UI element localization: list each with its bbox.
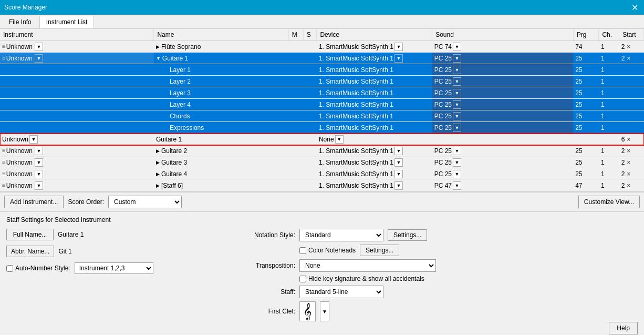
table-row[interactable]: Layer 21. SmartMusic SoftSynth 1PC 25▼25… xyxy=(0,76,644,87)
sound-value: PC 25 xyxy=(434,124,452,131)
prg-value: 74 xyxy=(575,43,582,50)
device-dropdown-button[interactable]: ▼ xyxy=(394,54,403,63)
customize-view-button[interactable]: Customize View... xyxy=(578,196,640,208)
clef-dropdown-button[interactable]: ▼ xyxy=(320,301,329,321)
prg-value: 25 xyxy=(575,170,582,178)
device-dropdown-button[interactable]: ▼ xyxy=(394,170,403,178)
col-header-device: Device xyxy=(317,29,432,41)
transposition-select[interactable]: None Concert Pitch Bb Eb xyxy=(299,259,436,272)
sound-dropdown-button[interactable]: ▼ xyxy=(453,43,461,51)
notation-style-select[interactable]: Standard Tab Percussion xyxy=(299,229,383,241)
x-button[interactable]: × xyxy=(627,147,630,155)
table-row[interactable]: ≡ Unknown ▼ ▼ Guitare 1 1. SmartMusic So… xyxy=(0,53,644,64)
sound-dropdown-button[interactable]: ▼ xyxy=(453,158,461,167)
x-button[interactable]: × xyxy=(627,170,630,178)
table-row[interactable]: Unknown ▼ Guitare 1None▼6× xyxy=(0,134,644,145)
device-dropdown-button[interactable]: ▼ xyxy=(335,135,344,144)
table-row[interactable]: ≡ Unknown ▼ ▶ [Staff 7] 1. SmartMusic So… xyxy=(0,191,644,192)
instrument-name: Unknown xyxy=(6,159,33,166)
device-dropdown-button[interactable]: ▼ xyxy=(394,181,403,190)
staff-name: Guitare 2 xyxy=(161,147,187,155)
close-icon[interactable]: ✕ xyxy=(629,2,640,13)
x-button[interactable]: × xyxy=(627,55,630,62)
help-button[interactable]: Help xyxy=(609,322,638,334)
hide-key-sig-row: Hide key signature & show all accidental… xyxy=(299,275,638,282)
score-order-select[interactable]: Custom Standard Orchestral xyxy=(108,196,182,208)
sound-dropdown-button[interactable]: ▼ xyxy=(453,100,461,109)
table-row[interactable]: Layer 11. SmartMusic SoftSynth 1PC 25▼25… xyxy=(0,64,644,76)
add-instrument-button[interactable]: Add Instrument... xyxy=(4,196,64,208)
sound-dropdown-button[interactable]: ▼ xyxy=(453,181,461,190)
tab-instrument-list[interactable]: Instrument List xyxy=(39,16,95,28)
device-dropdown-button[interactable]: ▼ xyxy=(394,158,403,167)
color-noteheads-row: Color Noteheads Settings... xyxy=(299,245,638,256)
table-row[interactable]: ≡ Unknown ▼ ▶ [Staff 6] 1. SmartMusic So… xyxy=(0,180,644,191)
full-name-value: Guitare 1 xyxy=(58,231,84,238)
prg-value: 25 xyxy=(575,147,582,155)
auto-number-select[interactable]: Instrument 1,2,3 Instrument I,II,III xyxy=(75,262,153,274)
instrument-dropdown-button[interactable]: ▼ xyxy=(35,181,43,190)
table-row[interactable]: Layer 41. SmartMusic SoftSynth 1PC 25▼25… xyxy=(0,99,644,110)
device-dropdown-button[interactable]: ▼ xyxy=(394,147,403,155)
sound-dropdown-button[interactable]: ▼ xyxy=(453,124,461,132)
instrument-name: Unknown xyxy=(6,147,33,155)
device-dropdown-button[interactable]: ▼ xyxy=(394,43,403,51)
hide-key-sig-checkbox[interactable] xyxy=(299,276,306,282)
sound-dropdown-button[interactable]: ▼ xyxy=(453,54,461,63)
col-header-s: S xyxy=(303,29,317,41)
device-value: 1. SmartMusic SoftSynth 1 xyxy=(319,170,393,178)
table-row[interactable]: ≡ Unknown ▼ ▶ Guitare 4 1. SmartMusic So… xyxy=(0,168,644,180)
notation-settings-button[interactable]: Settings... xyxy=(388,229,427,241)
hamburger-icon: ≡ xyxy=(2,55,5,61)
color-noteheads-label[interactable]: Color Noteheads xyxy=(299,247,356,254)
sound-dropdown-button[interactable]: ▼ xyxy=(453,66,461,74)
full-name-button[interactable]: Full Name... xyxy=(6,229,54,240)
child-name: Chords xyxy=(170,113,190,120)
transposition-label: Transposition: xyxy=(237,262,295,269)
table-row[interactable]: ≡ Unknown ▼ ▶ Flûte Soprano 1. SmartMusi… xyxy=(0,41,644,53)
instrument-dropdown-button[interactable]: ▼ xyxy=(29,135,38,144)
tab-file-info[interactable]: File Info xyxy=(2,16,38,28)
expand-icon: ▶ xyxy=(156,160,160,165)
x-button[interactable]: × xyxy=(627,182,630,189)
x-button[interactable]: × xyxy=(627,136,630,143)
notation-style-row: Notation Style: Standard Tab Percussion … xyxy=(237,229,638,241)
x-button[interactable]: × xyxy=(627,43,630,50)
table-container[interactable]: Instrument Name M S Device Sound Prg Ch.… xyxy=(0,29,644,191)
auto-number-row: Auto-Number Style: Instrument 1,2,3 Inst… xyxy=(6,262,216,274)
auto-number-checkbox-label[interactable]: Auto-Number Style: xyxy=(6,265,70,272)
x-button[interactable]: × xyxy=(627,159,630,166)
instrument-dropdown-button[interactable]: ▼ xyxy=(35,170,43,178)
color-settings-button[interactable]: Settings... xyxy=(360,245,399,256)
instrument-dropdown-button[interactable]: ▼ xyxy=(35,147,43,155)
sound-value: PC 25 xyxy=(434,113,452,120)
table-row[interactable]: Expressions1. SmartMusic SoftSynth 1PC 2… xyxy=(0,122,644,134)
settings-grid: Full Name... Guitare 1 Abbr. Name... Git… xyxy=(6,229,638,321)
main-content: Instrument Name M S Device Sound Prg Ch.… xyxy=(0,29,644,334)
sound-dropdown-button[interactable]: ▼ xyxy=(453,77,461,86)
instrument-name: Unknown xyxy=(6,55,33,62)
sound-dropdown-button[interactable]: ▼ xyxy=(453,89,461,97)
table-row[interactable]: Chords1. SmartMusic SoftSynth 1PC 25▼251 xyxy=(0,110,644,122)
instrument-dropdown-button[interactable]: ▼ xyxy=(35,54,43,63)
child-name: Expressions xyxy=(170,124,204,131)
hide-key-sig-label[interactable]: Hide key signature & show all accidental… xyxy=(299,275,424,282)
table-row[interactable]: ≡ Unknown ▼ ▶ Guitare 2 1. SmartMusic So… xyxy=(0,145,644,157)
table-row[interactable]: ≡ Unknown ▼ ▶ Guitare 3 1. SmartMusic So… xyxy=(0,157,644,168)
table-row[interactable]: Layer 31. SmartMusic SoftSynth 1PC 25▼25… xyxy=(0,87,644,99)
staff-select[interactable]: Standard 5-line Percussion Tab xyxy=(299,286,383,298)
score-order-label: Score Order: xyxy=(68,198,104,206)
child-name: Layer 3 xyxy=(170,89,191,97)
start-value: 2 xyxy=(621,43,625,50)
instrument-dropdown-button[interactable]: ▼ xyxy=(35,158,43,167)
col-header-ch: Ch. xyxy=(599,29,619,41)
abbr-name-button[interactable]: Abbr. Name... xyxy=(6,246,54,257)
sound-dropdown-button[interactable]: ▼ xyxy=(453,112,461,120)
instrument-dropdown-button[interactable]: ▼ xyxy=(35,43,43,51)
sound-dropdown-button[interactable]: ▼ xyxy=(453,147,461,155)
sound-dropdown-button[interactable]: ▼ xyxy=(453,170,461,178)
auto-number-checkbox[interactable] xyxy=(6,265,13,272)
color-noteheads-checkbox[interactable] xyxy=(299,247,306,254)
sound-value: PC 25 xyxy=(434,159,452,166)
sound-value: PC 47 xyxy=(434,182,452,189)
